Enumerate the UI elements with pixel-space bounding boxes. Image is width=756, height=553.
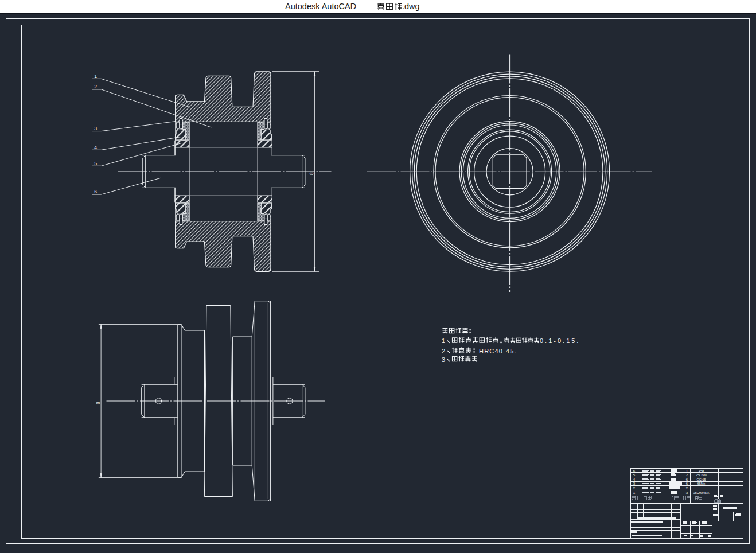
svg-text:1: 1: [686, 469, 688, 473]
svg-text:2: 2: [686, 473, 688, 477]
svg-text:65Mn: 65Mn: [697, 482, 706, 485]
svg-text:6: 6: [94, 189, 97, 194]
svg-text:4: 4: [94, 145, 97, 150]
svg-text:5: 5: [94, 161, 97, 166]
svg-text:8: 8: [309, 172, 314, 175]
svg-text:HRC40-45.: HRC40-45.: [479, 348, 517, 355]
svg-text:0.1-0.15.: 0.1-0.15.: [540, 337, 580, 344]
svg-text:GCr15: GCr15: [697, 478, 706, 481]
svg-text:6: 6: [633, 469, 636, 473]
svg-text:2: 2: [633, 486, 636, 490]
svg-text:3: 3: [686, 491, 688, 494]
svg-text:3: 3: [94, 126, 97, 131]
svg-text:.dwg: .dwg: [402, 2, 420, 11]
svg-text:1: 1: [633, 491, 636, 494]
svg-text:Autodesk AutoCAD: Autodesk AutoCAD: [285, 2, 356, 11]
svg-text:2: 2: [442, 348, 445, 355]
svg-text:3: 3: [442, 356, 445, 363]
svg-text:35CrMo: 35CrMo: [696, 473, 707, 477]
svg-text:5: 5: [633, 473, 636, 477]
svg-text:6: 6: [686, 482, 688, 485]
svg-text:3: 3: [633, 482, 636, 485]
svg-text:6: 6: [686, 478, 688, 481]
svg-text:1: 1: [94, 73, 97, 79]
svg-text:8: 8: [95, 402, 101, 404]
svg-text:45#: 45#: [699, 469, 704, 473]
svg-text:4: 4: [633, 478, 636, 481]
svg-text:1: 1: [442, 337, 445, 344]
svg-text:2: 2: [94, 84, 97, 89]
svg-text:35CrMnSiA: 35CrMnSiA: [693, 491, 710, 494]
svg-text:2: 2: [686, 486, 688, 490]
